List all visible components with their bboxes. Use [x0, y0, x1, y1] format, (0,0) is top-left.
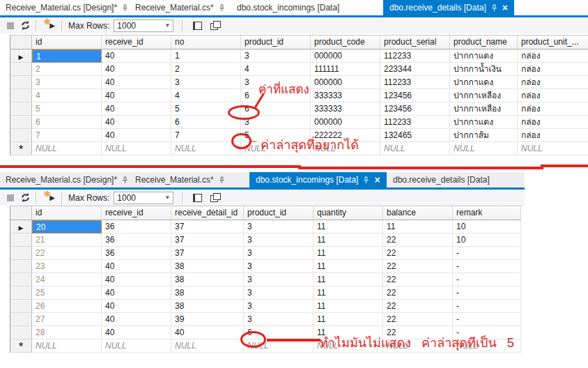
- grid-cell[interactable]: NULL: [171, 142, 241, 155]
- grid-cell[interactable]: 40: [102, 313, 171, 326]
- grid-cell[interactable]: -: [453, 260, 521, 273]
- grid-cell[interactable]: 22: [383, 233, 453, 247]
- grid-cell[interactable]: 11: [314, 273, 383, 286]
- grid-cell[interactable]: NULL: [102, 339, 171, 353]
- grid-cell[interactable]: NULL: [32, 339, 102, 353]
- grid-cell[interactable]: 22: [383, 247, 453, 260]
- grid-cell[interactable]: 3: [244, 286, 314, 300]
- pin-icon[interactable]: [121, 4, 129, 12]
- execute-icon[interactable]: ✻▶: [44, 191, 58, 205]
- row-header[interactable]: [10, 300, 32, 313]
- column-header-product-id[interactable]: product_id: [244, 206, 314, 220]
- grid-cell[interactable]: -: [453, 247, 521, 260]
- tab-receive-material-design[interactable]: Receive_Material.cs [Design]*: [3, 0, 132, 15]
- grid-cell[interactable]: 3: [244, 300, 314, 313]
- new-row-header[interactable]: *: [10, 142, 32, 155]
- max-rows-combobox[interactable]: 1000 ▼: [114, 192, 173, 204]
- column-header-product-unit-[interactable]: product_unit_...: [518, 36, 588, 49]
- grid-cell[interactable]: 333333: [311, 89, 380, 102]
- grid-cell[interactable]: 37: [171, 247, 244, 260]
- tab-receive-material-code[interactable]: Receive_Material.cs*: [132, 172, 229, 187]
- grid-cell[interactable]: ปากกาแดง: [450, 76, 518, 89]
- grid-cell[interactable]: 11: [314, 286, 383, 300]
- grid-cell[interactable]: 2: [32, 63, 102, 76]
- grid-cell[interactable]: 40: [102, 300, 171, 313]
- grid-cell[interactable]: 22: [383, 273, 453, 286]
- grid-cell[interactable]: ปากกาเหลือง: [450, 89, 518, 102]
- grid-cell[interactable]: 3: [171, 76, 241, 89]
- new-row-header[interactable]: *: [10, 339, 32, 353]
- row-header[interactable]: [10, 247, 32, 260]
- grid-corner-cell[interactable]: [10, 206, 32, 220]
- grid-cell[interactable]: กล่อง: [518, 102, 588, 116]
- tab-receive-material-design[interactable]: Receive_Material.cs [Design]*: [3, 172, 132, 187]
- column-header-receive-detail-id[interactable]: receive_detail_id: [171, 206, 244, 220]
- column-header-remark[interactable]: remark: [453, 206, 521, 220]
- row-header[interactable]: [10, 326, 32, 339]
- grid-cell[interactable]: -: [453, 286, 521, 300]
- grid-cell[interactable]: NULL: [450, 142, 518, 155]
- row-header[interactable]: [10, 286, 32, 300]
- grid-cell[interactable]: 111111: [311, 63, 380, 76]
- row-header[interactable]: [10, 260, 32, 273]
- grid-cell[interactable]: ปากกาเหลือง: [450, 102, 518, 116]
- row-header[interactable]: [10, 273, 32, 286]
- grid-cell[interactable]: 27: [32, 313, 102, 326]
- grid-cell[interactable]: 38: [171, 286, 244, 300]
- column-header-quantity[interactable]: quantity: [314, 206, 383, 220]
- pin-icon[interactable]: [362, 176, 370, 184]
- grid-cell[interactable]: 36: [102, 247, 171, 260]
- grid-cell[interactable]: 7: [171, 129, 241, 142]
- grid-cell[interactable]: 4: [241, 63, 311, 76]
- grid-cell[interactable]: 40: [102, 129, 171, 142]
- grid-cell[interactable]: 22: [383, 260, 453, 273]
- grid-cell[interactable]: 21: [32, 233, 102, 247]
- grid-cell[interactable]: 112233: [380, 116, 450, 129]
- split-pane-icon[interactable]: [208, 19, 222, 33]
- column-header-no[interactable]: no: [171, 36, 241, 49]
- row-header[interactable]: ▶: [10, 49, 32, 63]
- close-icon[interactable]: ×: [502, 1, 508, 15]
- row-header[interactable]: [10, 102, 32, 116]
- grid-cell[interactable]: 3: [244, 260, 314, 273]
- grid-cell[interactable]: 6: [32, 116, 102, 129]
- grid-cell[interactable]: 4: [171, 89, 241, 102]
- row-header[interactable]: [10, 89, 32, 102]
- grid-cell[interactable]: 4: [32, 89, 102, 102]
- grid-cell[interactable]: 5: [32, 102, 102, 116]
- grid-cell[interactable]: 7: [32, 129, 102, 142]
- grid-corner-cell[interactable]: [10, 36, 32, 49]
- max-rows-combobox[interactable]: 1000 ▼: [114, 20, 173, 32]
- grid-cell[interactable]: 11: [314, 247, 383, 260]
- grid-cell[interactable]: 22: [383, 286, 453, 300]
- grid-cell[interactable]: 123456: [380, 102, 450, 116]
- grid-cell[interactable]: 1: [32, 49, 102, 63]
- grid-cell[interactable]: 11: [314, 260, 383, 273]
- close-icon[interactable]: ×: [374, 173, 380, 187]
- grid-cell[interactable]: 39: [171, 313, 244, 326]
- execute-icon[interactable]: ✻▶: [44, 19, 58, 33]
- row-header[interactable]: ▶: [10, 220, 32, 233]
- grid-cell[interactable]: 123456: [380, 89, 450, 102]
- grid-cell[interactable]: 3: [244, 313, 314, 326]
- stop-button[interactable]: [7, 22, 14, 29]
- refresh-icon[interactable]: [18, 19, 32, 33]
- grid-cell[interactable]: 40: [171, 326, 244, 339]
- grid-cell[interactable]: ปากกาแดง: [450, 49, 518, 63]
- pin-icon[interactable]: [218, 176, 226, 184]
- grid-cell[interactable]: 11: [314, 233, 383, 247]
- sql-pane-icon[interactable]: [190, 19, 204, 33]
- grid-cell[interactable]: 3: [244, 233, 314, 247]
- grid-cell[interactable]: 40: [102, 102, 171, 116]
- grid-cell[interactable]: 38: [171, 273, 244, 286]
- column-header-product-serial[interactable]: product_serial: [380, 36, 450, 49]
- grid-cell[interactable]: 11: [314, 220, 383, 233]
- grid-cell[interactable]: 37: [171, 220, 244, 233]
- grid-cell[interactable]: 3: [244, 273, 314, 286]
- grid-cell[interactable]: 11: [314, 300, 383, 313]
- grid-cell[interactable]: 3: [32, 76, 102, 89]
- grid-cell[interactable]: -: [453, 313, 521, 326]
- column-header-id[interactable]: id: [32, 206, 102, 220]
- row-header[interactable]: [10, 129, 32, 142]
- refresh-icon[interactable]: [18, 191, 32, 205]
